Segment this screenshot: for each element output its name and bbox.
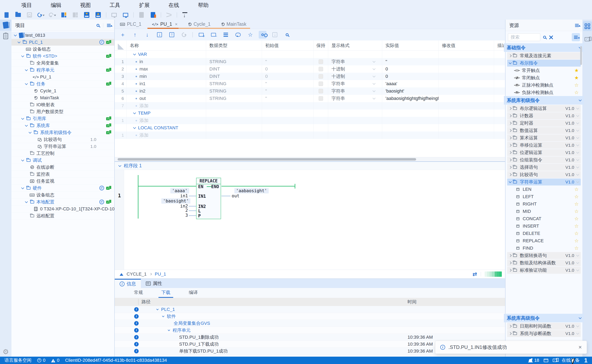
- undo-icon[interactable]: [37, 11, 45, 19]
- tree-item-cycle1[interactable]: Cycle_1: [12, 87, 114, 94]
- chevron-down-icon[interactable]: [25, 124, 28, 126]
- error-count[interactable]: 0: [43, 358, 45, 363]
- chevron-right-icon[interactable]: [509, 107, 512, 110]
- clipboard-rail-button[interactable]: [0, 31, 12, 42]
- chevron-down-icon[interactable]: [576, 173, 579, 176]
- notification-count[interactable]: 18: [534, 358, 539, 363]
- sort-icon[interactable]: [107, 24, 111, 27]
- subtab-download[interactable]: 下载: [159, 288, 173, 298]
- chevron-down-icon[interactable]: [576, 268, 579, 271]
- select-all-triangle[interactable]: [118, 44, 124, 50]
- star-outline-icon[interactable]: ☆: [574, 231, 579, 236]
- add-row[interactable]: 7 添加: [115, 102, 505, 110]
- var-name[interactable]: in: [140, 59, 143, 64]
- retain-checkbox[interactable]: [319, 59, 323, 64]
- online-devices-label[interactable]: 在线设备: [562, 357, 580, 363]
- var-name[interactable]: min: [140, 74, 147, 79]
- chevron-down-icon[interactable]: [576, 180, 579, 183]
- chevron-down-icon[interactable]: [576, 165, 579, 168]
- tree-item-task-monitor[interactable]: 任务监视: [12, 178, 114, 185]
- star-outline-icon[interactable]: ☆: [574, 201, 579, 207]
- chevron-down-icon[interactable]: [156, 308, 159, 310]
- var-init[interactable]: 0: [262, 65, 314, 73]
- var-name[interactable]: in1: [140, 81, 145, 86]
- close-icon[interactable]: ×: [175, 22, 178, 27]
- menu-project[interactable]: 项目: [12, 2, 41, 9]
- sort-download-icon[interactable]: [181, 11, 189, 19]
- res-folder[interactable]: 比较语句V1.0: [507, 171, 581, 178]
- var-row[interactable]: 4 in1 STRING '' 字符串 'aaaa': [115, 80, 505, 87]
- subtab-compile[interactable]: 编译: [186, 288, 201, 298]
- tree-item-program-units[interactable]: 程序单元: [12, 67, 114, 73]
- var-init[interactable]: '': [262, 58, 314, 65]
- description[interactable]: [494, 87, 505, 95]
- chevron-down-icon[interactable]: [372, 89, 375, 92]
- search-icon[interactable]: [97, 24, 99, 27]
- project-explorer-rail-button[interactable]: [0, 20, 12, 31]
- add-row[interactable]: 1 添加: [115, 117, 505, 124]
- log-row[interactable]: iPLC_1: [115, 306, 505, 313]
- network-view-icon[interactable]: [72, 11, 79, 19]
- tree-item-compare-lib[interactable]: 比较语句1.0: [12, 136, 114, 143]
- chevron-down-icon[interactable]: [133, 111, 136, 114]
- sort-icon[interactable]: [575, 24, 579, 27]
- res-instr[interactable]: INSERT☆: [507, 223, 581, 230]
- chevron-right-icon[interactable]: [509, 173, 512, 176]
- tree-item-system-lib-basic[interactable]: 系统库初级指令: [12, 129, 114, 136]
- chevron-down-icon[interactable]: [21, 54, 24, 57]
- chevron-down-icon[interactable]: [576, 143, 579, 146]
- chevron-right-icon[interactable]: [509, 158, 512, 161]
- chevron-right-icon[interactable]: [509, 144, 512, 147]
- add-var-label[interactable]: 添加: [140, 117, 148, 124]
- var-init[interactable]: '': [262, 95, 314, 102]
- chevron-down-icon[interactable]: [509, 61, 512, 64]
- res-folder[interactable]: 位逻辑运算V1.0: [507, 149, 581, 156]
- p-operand[interactable]: 3: [183, 213, 188, 218]
- chevron-down-icon[interactable]: [576, 261, 579, 264]
- star-outline-icon[interactable]: ☆: [574, 82, 579, 88]
- section-system-lib-advanced[interactable]: 系统库高级指令: [504, 314, 584, 322]
- tree-item-global-vars[interactable]: 全局变量集: [12, 60, 114, 67]
- res-instr[interactable]: CONCAT☆: [507, 215, 581, 222]
- format-value[interactable]: 字符串: [332, 81, 345, 87]
- var-type[interactable]: DINT: [206, 65, 262, 73]
- res-folder[interactable]: 选择语句V1.0: [507, 164, 581, 171]
- format-value[interactable]: 字符串: [332, 95, 345, 102]
- chevron-down-icon[interactable]: [168, 329, 170, 331]
- modify-value[interactable]: [439, 65, 494, 73]
- chevron-right-icon[interactable]: [509, 332, 512, 335]
- redo-icon[interactable]: [49, 11, 56, 19]
- tree-item-hardware[interactable]: 硬件: [12, 185, 114, 192]
- insert-row-above-icon[interactable]: [197, 31, 205, 39]
- var-type[interactable]: STRING: [206, 80, 262, 87]
- menu-edit[interactable]: 编辑: [41, 2, 71, 9]
- star-outline-icon[interactable]: ☆: [574, 187, 579, 192]
- log-row[interactable]: i程序单元: [115, 327, 505, 334]
- description[interactable]: [494, 65, 505, 73]
- star-outline-icon[interactable]: ☆: [574, 216, 579, 222]
- chevron-down-icon[interactable]: [372, 67, 375, 70]
- tree-item-tasks[interactable]: 任务: [12, 80, 114, 87]
- chevron-right-icon[interactable]: [509, 129, 512, 132]
- chevron-right-icon[interactable]: [509, 114, 512, 117]
- res-folder[interactable]: 布尔逻辑运算V1.0: [507, 105, 581, 112]
- tree-item-software[interactable]: 软件 <STD>: [12, 53, 114, 60]
- chevron-right-icon[interactable]: [509, 269, 512, 272]
- online-device-icon[interactable]: [553, 359, 557, 362]
- log-label[interactable]: 全局变量集合GVS: [174, 320, 210, 326]
- retain-checkbox[interactable]: [319, 89, 323, 93]
- menu-online[interactable]: 在线: [159, 2, 189, 9]
- tree-item-ref-libs[interactable]: 引用库: [12, 115, 114, 122]
- chevron-right-icon[interactable]: [509, 261, 512, 264]
- chevron-right-icon[interactable]: [509, 151, 512, 154]
- chevron-down-icon[interactable]: [576, 107, 579, 110]
- tree-item-string-lib[interactable]: 字符串运算1.0: [12, 143, 114, 150]
- chevron-down-icon[interactable]: [576, 114, 579, 117]
- res-folder[interactable]: 日期和时间函数V1.0: [507, 323, 581, 330]
- description[interactable]: [494, 58, 505, 65]
- chevron-down-icon[interactable]: [576, 324, 579, 327]
- group-row-temp[interactable]: TEMP: [115, 110, 505, 117]
- tree-item-watch-table[interactable]: 监控表: [12, 171, 114, 178]
- subtab-general[interactable]: 常规: [131, 288, 146, 298]
- import-icon[interactable]: [156, 31, 163, 39]
